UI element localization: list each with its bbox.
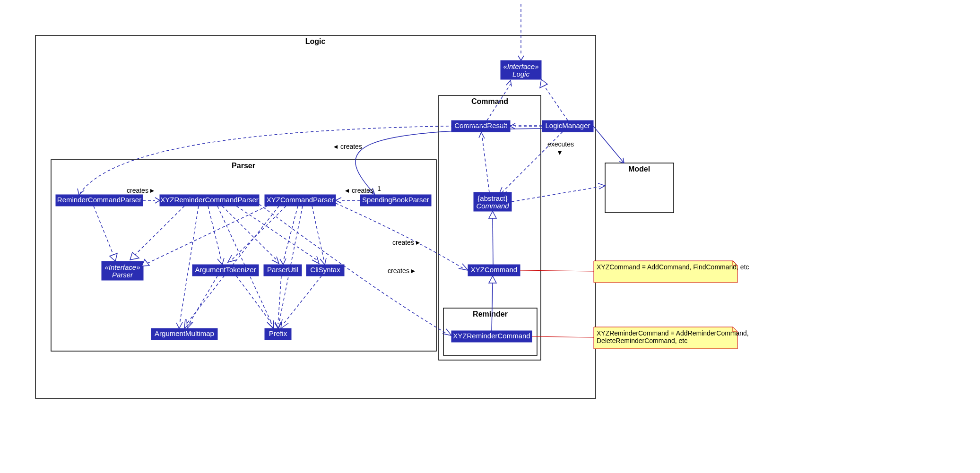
rel-xcp-argtok <box>232 206 286 260</box>
class-xyz-reminder-command-parser: XYZReminderCommandParser <box>160 195 259 206</box>
package-logic-label: Logic <box>305 37 326 45</box>
rel-lm-to-sbp <box>356 129 542 193</box>
rel-cmd-to-model <box>512 187 600 202</box>
reminder-command-parser-text: ReminderCommandParser <box>57 196 141 204</box>
xyz-reminder-command-parser-text: XYZReminderCommandParser <box>160 196 259 204</box>
class-logic-manager: LogicManager <box>542 120 593 132</box>
note-xyz-command: XYZCommand = AddCommand, FindCommand, et… <box>594 261 749 283</box>
tri-rcp-iparser <box>110 253 117 261</box>
label-executes: executes <box>547 140 574 148</box>
class-command-result: CommandResult <box>451 120 510 132</box>
arrow-xcp-argtok <box>228 255 236 262</box>
arrow-xcp-cli <box>320 258 326 265</box>
label-sbp-creates: creates <box>352 187 373 194</box>
tri-xrcp-iparser <box>130 252 139 260</box>
arrow-xrcp-cli <box>312 256 319 264</box>
rel-pu-prefix <box>278 276 281 324</box>
rel-rcp-realize-iparser <box>94 206 113 255</box>
arrow-cr-ilogic <box>506 80 512 86</box>
arrow-sbp-xcp <box>336 198 341 203</box>
xyz-reminder-command-text: XYZReminderCommand <box>453 332 530 340</box>
package-logic <box>35 35 596 398</box>
arrow-xrcp-pu <box>272 257 279 264</box>
arrow-cmd-model <box>598 183 605 189</box>
tri-xyzrem-xyzcmd <box>489 276 496 283</box>
rel-xcp-pu <box>284 206 298 260</box>
xyz-command-parser-text: XYZCommandParser <box>267 196 334 204</box>
rel-xcp-creates-xyzcmd <box>336 203 463 268</box>
note-link-xyzcmd <box>520 270 594 271</box>
arrow-xrcp-argmm <box>176 322 182 328</box>
rel-xcp-cli <box>312 206 324 260</box>
spending-book-parser-text: SpendingBookParser <box>362 196 429 204</box>
package-parser-label: Parser <box>232 162 255 170</box>
cli-syntax-text: CliSyntax <box>310 266 340 274</box>
label-xrcp-creates: creates <box>388 267 409 275</box>
class-xyz-command: XYZCommand <box>468 265 520 276</box>
parser-util-text: ParserUtil <box>267 266 298 274</box>
dir-executes <box>558 151 562 155</box>
class-interface-parser: «Interface» Parser <box>102 261 143 280</box>
rel-lm-realize-ilogic <box>544 85 568 120</box>
arrow-lm-cr <box>510 123 515 129</box>
class-xyz-reminder-command: XYZReminderCommand <box>451 331 532 342</box>
dir-sbp-creates <box>345 189 349 193</box>
package-model-label: Model <box>628 165 650 173</box>
arrow-rcp-xrcp <box>155 198 160 203</box>
arrow-argtok-prefix <box>267 320 274 328</box>
interface-logic-stereo: «Interface» <box>503 62 538 70</box>
class-xyz-command-parser: XYZCommandParser <box>265 195 336 206</box>
class-abstract-command: {abstract} Command <box>474 192 512 211</box>
tri-lm-ilogic <box>540 79 547 88</box>
rel-xcp-realize-iparser <box>147 206 267 264</box>
dir-lm-creates <box>334 145 338 149</box>
note-xyz-command-text: XYZCommand = AddCommand, FindCommand, et… <box>597 263 749 271</box>
rel-xyzcmd-ext-cmd <box>493 217 493 265</box>
class-cli-syntax: CliSyntax <box>306 265 344 276</box>
label-lm-creates: creates <box>340 143 362 150</box>
class-interface-logic: «Interface» Logic <box>501 60 541 79</box>
interface-logic-name: Logic <box>512 70 529 78</box>
class-parser-util: ParserUtil <box>264 265 302 276</box>
package-command-label: Command <box>471 97 508 105</box>
arrow-xcp-pu <box>280 258 286 265</box>
prefix-text: Prefix <box>269 329 287 337</box>
label-rcp-creates: creates <box>127 187 148 194</box>
class-spending-book-parser: SpendingBookParser <box>360 195 431 206</box>
class-reminder-command-parser: ReminderCommandParser <box>56 195 143 206</box>
abstract-command-name: Command <box>476 202 509 210</box>
logic-manager-text: LogicManager <box>545 121 590 129</box>
dir-xrcp-creates <box>411 269 415 273</box>
arrow-xcp-argmm <box>184 319 191 328</box>
package-reminder-label: Reminder <box>473 310 508 318</box>
dir-rcp-creates <box>150 189 154 193</box>
abstract-command-stereo: {abstract} <box>477 194 507 202</box>
rel-lm-creates-rcp <box>80 125 542 193</box>
rel-lm-to-model-solid <box>593 126 624 163</box>
rel-cli-prefix <box>284 276 321 324</box>
arrow-cli-prefix <box>281 319 288 328</box>
tri-xyzcmd-cmd <box>489 211 496 218</box>
argument-multimap-text: ArgumentMultimap <box>155 329 214 337</box>
class-argument-multimap: ArgumentMultimap <box>151 328 217 340</box>
label-one-sbp: 1 <box>377 185 381 192</box>
rel-cmd-to-cr <box>482 137 489 192</box>
arrow-cmd-cr <box>479 132 485 138</box>
class-prefix: Prefix <box>265 328 291 340</box>
rel-argtok-argmm <box>189 276 217 324</box>
package-command <box>439 95 541 360</box>
interface-parser-stereo: «Interface» <box>104 263 140 271</box>
xyz-command-text: XYZCommand <box>471 266 517 274</box>
label-xcp-creates: creates <box>392 239 414 246</box>
arrow-xcp-xyzcmd <box>459 264 468 270</box>
rel-xrcp-realize-iparser <box>135 206 184 255</box>
note-xyz-reminder-command: XYZReminderCommand = AddReminderCommand,… <box>594 327 749 349</box>
dir-xcp-creates <box>416 241 420 245</box>
rel-xyzrem-ext-xyzcmd <box>492 282 493 331</box>
arrow-top-to-ilogic <box>518 56 524 60</box>
rel-xrcp-pu <box>222 206 277 260</box>
rel-xrcp-cli <box>236 206 317 260</box>
rel-argtok-prefix <box>236 276 272 324</box>
interface-parser-name: Parser <box>112 271 133 279</box>
